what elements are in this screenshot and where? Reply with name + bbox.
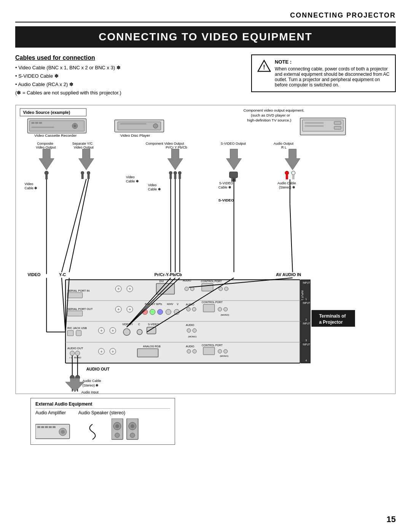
svg-line-79 [290, 204, 293, 272]
svg-rect-64 [229, 172, 238, 178]
svg-marker-38 [79, 149, 94, 170]
svg-text:high-definition TV source.): high-definition TV source.) [247, 118, 291, 122]
svg-text:(MONO): (MONO) [188, 335, 197, 338]
svg-text:Cable ✽: Cable ✽ [218, 185, 231, 189]
svg-text:(Stereo) ✽: (Stereo) ✽ [83, 383, 99, 387]
svg-text:Video: Video [126, 175, 135, 179]
svg-point-141 [187, 329, 191, 332]
cables-title: Cables used for connection [15, 54, 240, 61]
svg-text:AUDIO OUT: AUDIO OUT [67, 347, 83, 350]
svg-text:Video Cassette Recorder: Video Cassette Recorder [34, 133, 77, 137]
svg-text:(MONO): (MONO) [221, 314, 229, 316]
note-content: NOTE : When connecting cable, power cord… [275, 59, 390, 88]
svg-text:(MONO): (MONO) [220, 355, 229, 357]
page: CONNECTING PROJECTOR CONNECTING TO VIDEO… [0, 0, 411, 532]
svg-point-52 [45, 171, 48, 175]
svg-rect-199 [41, 426, 44, 428]
svg-marker-39 [168, 149, 183, 170]
svg-point-138 [137, 329, 142, 335]
svg-text:Video: Video [148, 183, 157, 187]
svg-marker-186 [65, 379, 84, 392]
svg-rect-23 [334, 121, 341, 125]
svg-point-90 [185, 287, 188, 291]
svg-text:(such as DVD player or: (such as DVD player or [251, 113, 290, 117]
svg-rect-11 [31, 122, 34, 124]
svg-rect-162 [203, 347, 215, 355]
svg-text:4: 4 [306, 359, 307, 362]
svg-point-122 [224, 308, 228, 312]
main-title: CONNECTING TO VIDEO EQUIPMENT [15, 26, 396, 48]
speakers-illustration [112, 419, 142, 441]
svg-rect-57 [88, 174, 90, 179]
svg-text:Video: Video [25, 182, 33, 186]
diagram-wrapper: Video Source (example) Component video o… [15, 105, 396, 394]
svg-point-58 [169, 171, 172, 174]
svg-text:(Stereo) ✽: (Stereo) ✽ [279, 185, 295, 189]
svg-marker-37 [39, 149, 54, 170]
svg-rect-69 [292, 175, 295, 179]
svg-text:AUDIO: AUDIO [186, 324, 194, 326]
svg-point-54 [81, 171, 84, 174]
wire-illustration [85, 422, 100, 441]
svg-point-66 [285, 171, 289, 175]
svg-text:+: + [129, 307, 131, 312]
svg-rect-14 [31, 127, 54, 128]
svg-line-190 [62, 278, 65, 332]
svg-point-154 [75, 351, 80, 356]
svg-text:AUDIO: AUDIO [183, 279, 191, 282]
svg-point-142 [193, 329, 196, 332]
svg-line-72 [62, 179, 86, 272]
svg-text:ANALOG RGB: ANALOG RGB [143, 345, 161, 348]
svg-text:Pr/Cr-Y-Pb/Cb: Pr/Cr-Y-Pb/Cb [155, 272, 182, 277]
svg-text:C: C [138, 323, 140, 326]
svg-text:Audio Cable: Audio Cable [83, 379, 101, 383]
svg-text:AV AUDIO IN: AV AUDIO IN [276, 272, 301, 277]
svg-text:SERIAL PORT OUT: SERIAL PORT OUT [67, 308, 93, 311]
svg-text:Cable ✽: Cable ✽ [25, 186, 38, 190]
svg-text:!: ! [263, 64, 265, 70]
svg-point-68 [292, 171, 295, 175]
svg-point-113 [166, 310, 171, 315]
svg-rect-119 [203, 305, 215, 312]
svg-rect-26 [305, 125, 324, 127]
svg-text:Component video output equipme: Component video output equipment. [243, 108, 304, 112]
svg-text:3: 3 [306, 339, 307, 342]
svg-point-207 [115, 424, 119, 428]
bottom-section: External Audio Equipment Audio Amplifier… [30, 398, 381, 445]
svg-point-159 [187, 350, 191, 353]
external-audio-box: External Audio Equipment Audio Amplifier… [30, 398, 175, 445]
cable-item-1: • Video Cable (BNC x 1, BNC x 2 or BNC x… [15, 64, 240, 72]
note-text: When connecting cable, power cords of bo… [275, 66, 390, 88]
svg-rect-55 [81, 174, 84, 179]
svg-text:CONTROL PORT: CONTROL PORT [202, 344, 223, 347]
svg-point-211 [131, 424, 134, 428]
svg-text:R/C JACK    USB: R/C JACK USB [67, 326, 87, 330]
svg-text:R         L: R L [281, 146, 287, 150]
svg-text:AUDIO OUT: AUDIO OUT [86, 367, 110, 372]
svg-text:+: + [129, 287, 131, 291]
svg-text:V: V [177, 303, 178, 306]
svg-text:Cable ✽: Cable ✽ [126, 179, 139, 183]
svg-text:2: 2 [306, 318, 307, 321]
svg-point-18 [153, 124, 158, 128]
cables-list: • Video Cable (BNC x 1, BNC x 2 or BNC x… [15, 64, 240, 97]
svg-text:DVI: DVI [159, 280, 164, 283]
svg-rect-200 [45, 426, 48, 428]
svg-marker-40 [226, 149, 242, 170]
svg-text:+: + [112, 328, 114, 333]
svg-text:1: 1 [306, 298, 307, 301]
svg-rect-59 [170, 174, 172, 179]
svg-rect-24 [334, 126, 341, 129]
svg-rect-25 [305, 122, 324, 124]
svg-point-136 [123, 329, 130, 335]
svg-text:+: + [100, 328, 102, 333]
svg-point-10 [73, 125, 76, 128]
svg-rect-12 [35, 122, 38, 124]
svg-text:H/HV: H/HV [167, 303, 174, 306]
svg-rect-198 [37, 426, 40, 428]
svg-point-212 [130, 433, 135, 438]
svg-rect-67 [286, 175, 288, 179]
svg-point-121 [218, 308, 222, 312]
svg-rect-93 [202, 284, 213, 291]
svg-text:Audio Cable: Audio Cable [277, 181, 296, 185]
